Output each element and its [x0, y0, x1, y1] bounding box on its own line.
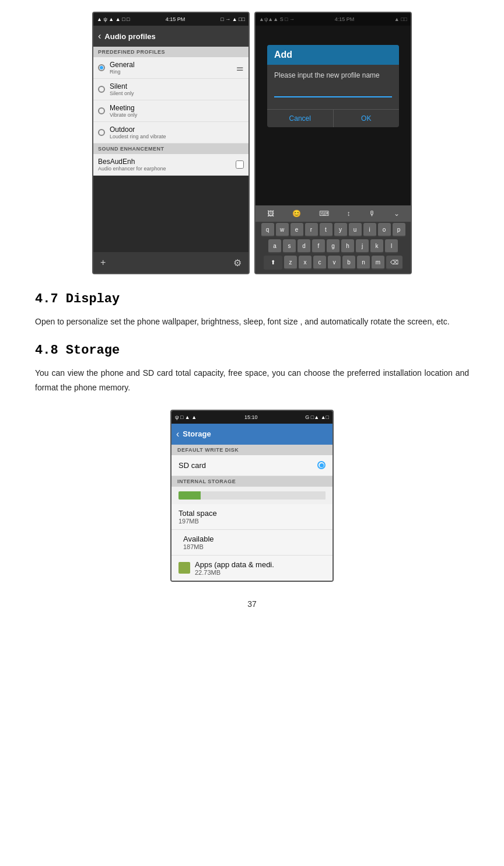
left-status-left-icons: ▲ ψ ▲ ▲ □ □: [97, 16, 130, 22]
kb-toolbar-icon-6[interactable]: ⌄: [394, 209, 400, 218]
kb-toolbar-icon-3[interactable]: ⌨: [319, 209, 329, 218]
total-space-label: Total space: [178, 509, 326, 518]
key-e[interactable]: e: [290, 223, 303, 237]
back-icon[interactable]: ‹: [98, 31, 101, 41]
key-g[interactable]: g: [327, 239, 340, 253]
add-profile-dialog: Add Please input the new profile name Ca…: [267, 45, 399, 127]
profile-name-input[interactable]: [274, 86, 392, 97]
dialog-title: Add: [267, 45, 399, 65]
key-j[interactable]: j: [356, 239, 369, 253]
sdcard-radio[interactable]: [317, 461, 326, 469]
ok-button[interactable]: OK: [334, 110, 400, 127]
app-bar-title: Audio profiles: [104, 32, 155, 41]
key-f[interactable]: f: [312, 239, 325, 253]
dialog-prompt: Please input the new profile name: [274, 71, 392, 81]
storage-progress-bar: [172, 487, 332, 504]
storage-status-left: ψ □ ▲ ▲: [175, 414, 197, 420]
section-47-body: Open to personalize set the phone wallpa…: [35, 315, 469, 329]
radio-silent[interactable]: [98, 86, 105, 93]
apps-color-block: [178, 562, 190, 574]
key-b[interactable]: b: [342, 256, 355, 270]
storage-item-sdcard[interactable]: SD card: [172, 455, 332, 476]
screenshot-row: ▲ ψ ▲ ▲ □ □ 4:15 PM □ → ▲ □□ ‹ Audio pro…: [35, 12, 469, 274]
profile-item-meeting[interactable]: Meeting Vibrate only: [93, 100, 249, 122]
profile-info-outdoor: Outdoor Loudest ring and vibrate: [110, 125, 244, 139]
section-48: 4.8 Storage You can view the phone and S…: [35, 343, 469, 581]
key-r[interactable]: r: [305, 223, 318, 237]
key-p[interactable]: p: [393, 223, 405, 237]
section-48-body: You can view the phone and SD card total…: [35, 366, 469, 395]
profile-name-meeting: Meeting: [110, 104, 244, 112]
kb-row-3: ⬆ z x c v b n m ⌫: [256, 254, 411, 271]
right-phone-screen: ▲ψ▲▲ S □ → 4:15 PM ▲ □□ Add Please input…: [254, 12, 412, 274]
progress-bar-bg: [178, 491, 326, 500]
kb-toolbar-icon-1[interactable]: 🖼: [267, 209, 274, 218]
left-status-right-icons: □ → ▲ □□: [220, 16, 245, 22]
key-k[interactable]: k: [370, 239, 383, 253]
storage-content: DEFAULT WRITE DISK SD card INTERNAL STOR…: [172, 445, 332, 581]
key-a[interactable]: a: [268, 239, 281, 253]
key-v[interactable]: v: [328, 256, 341, 270]
cancel-button[interactable]: Cancel: [267, 110, 334, 127]
key-m[interactable]: m: [372, 256, 384, 270]
kb-toolbar-icon-5[interactable]: 🎙: [369, 209, 376, 218]
keyboard-toolbar: 🖼 😊 ⌨ ↕ 🎙 ⌄: [256, 205, 411, 222]
apps-info: Apps (app data & medi. 22.73MB: [195, 560, 274, 576]
apps-label: Apps (app data & medi.: [195, 560, 274, 569]
storage-available: Available 187MB: [172, 530, 332, 556]
section-48-title: 4.8 Storage: [35, 343, 469, 358]
storage-app-bar: ‹ Storage: [172, 424, 332, 445]
key-shift[interactable]: ⬆: [264, 256, 282, 270]
key-n[interactable]: n: [357, 256, 370, 270]
bes-checkbox[interactable]: [236, 160, 244, 169]
left-status-bar: ▲ ψ ▲ ▲ □ □ 4:15 PM □ → ▲ □□: [93, 13, 249, 26]
section-47-title: 4.7 Display: [35, 292, 469, 306]
page-content: ▲ ψ ▲ ▲ □ □ 4:15 PM □ → ▲ □□ ‹ Audio pro…: [0, 0, 504, 632]
kb-row-2: a s d f g h j k l: [256, 238, 411, 254]
profile-name-outdoor: Outdoor: [110, 125, 244, 134]
available-value: 187MB: [183, 543, 321, 550]
dialog-buttons: Cancel OK: [267, 109, 399, 127]
storage-screenshot-wrap: ψ □ ▲ ▲ 15:10 G □▲ ▲□ ‹ Storage DEFAULT …: [35, 410, 469, 582]
key-c[interactable]: c: [313, 256, 326, 270]
keyboard-area: 🖼 😊 ⌨ ↕ 🎙 ⌄ q w e r t y: [256, 205, 411, 273]
profile-info-meeting: Meeting Vibrate only: [110, 104, 244, 118]
profile-item-silent[interactable]: Silent Silent only: [93, 79, 249, 100]
key-h[interactable]: h: [341, 239, 354, 253]
key-x[interactable]: x: [299, 256, 312, 270]
key-z[interactable]: z: [284, 256, 297, 270]
key-w[interactable]: w: [276, 223, 289, 237]
predefined-header: PREDEFINED PROFILES: [93, 47, 249, 57]
add-profile-icon[interactable]: +: [100, 257, 106, 268]
key-backspace[interactable]: ⌫: [386, 256, 402, 270]
settings-icon[interactable]: ⚙: [233, 257, 242, 268]
profile-item-besaudenh[interactable]: BesAudEnh Audio enhancer for earphone: [93, 154, 249, 176]
profiles-content: PREDEFINED PROFILES General Ring ⚌ Silen…: [93, 47, 249, 176]
eq-icon[interactable]: ⚌: [236, 63, 244, 72]
storage-app-title: Storage: [183, 429, 211, 438]
radio-meeting[interactable]: [98, 107, 105, 114]
kb-toolbar-icon-4[interactable]: ↕: [347, 209, 351, 218]
profile-desc-general: Ring: [110, 69, 232, 75]
left-status-time: 4:15 PM: [166, 16, 186, 22]
profile-info-bes: BesAudEnh Audio enhancer for earphone: [98, 158, 231, 172]
key-s[interactable]: s: [283, 239, 296, 253]
profile-item-outdoor[interactable]: Outdoor Loudest ring and vibrate: [93, 122, 249, 144]
profile-item-general[interactable]: General Ring ⚌: [93, 57, 249, 79]
radio-outdoor[interactable]: [98, 129, 105, 136]
key-l[interactable]: l: [385, 239, 398, 253]
radio-general[interactable]: [98, 64, 105, 71]
default-write-header: DEFAULT WRITE DISK: [172, 445, 332, 455]
key-t[interactable]: t: [320, 223, 332, 237]
profile-name-general: General: [110, 61, 232, 69]
dialog-overlay: Add Please input the new profile name Ca…: [256, 13, 411, 273]
key-q[interactable]: q: [261, 223, 274, 237]
progress-bar-rest: [201, 491, 326, 500]
key-u[interactable]: u: [349, 223, 362, 237]
key-d[interactable]: d: [298, 239, 310, 253]
key-i[interactable]: i: [363, 223, 376, 237]
key-o[interactable]: o: [378, 223, 391, 237]
key-y[interactable]: y: [334, 223, 347, 237]
storage-back-icon[interactable]: ‹: [176, 429, 179, 439]
kb-toolbar-icon-2[interactable]: 😊: [292, 209, 301, 218]
